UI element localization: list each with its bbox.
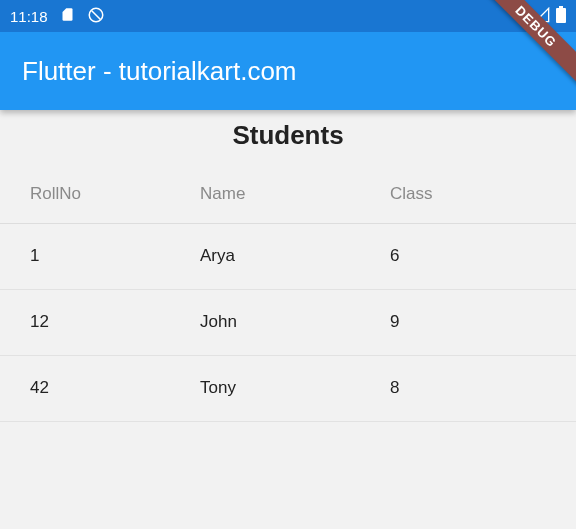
page-body: Students RollNo Name Class 1 Arya 6 12 J… xyxy=(0,110,576,529)
wifi-icon xyxy=(510,6,528,27)
column-header-rollno[interactable]: RollNo xyxy=(0,165,200,223)
table-row[interactable]: 42 Tony 8 xyxy=(0,355,576,421)
status-time: 11:18 xyxy=(10,8,48,25)
status-bar: 11:18 xyxy=(0,0,576,32)
cell-rollno: 42 xyxy=(0,355,200,421)
cell-rollno: 1 xyxy=(0,223,200,289)
column-header-name[interactable]: Name xyxy=(200,165,390,223)
app-bar-title: Flutter - tutorialkart.com xyxy=(22,56,297,87)
status-bar-left: 11:18 xyxy=(10,6,105,27)
svg-rect-1 xyxy=(556,8,566,23)
cell-name: Tony xyxy=(200,355,390,421)
cell-class: 6 xyxy=(390,223,576,289)
app-bar: Flutter - tutorialkart.com xyxy=(0,32,576,110)
cell-class: 9 xyxy=(390,289,576,355)
signal-icon xyxy=(534,7,550,26)
cell-rollno: 12 xyxy=(0,289,200,355)
status-bar-right xyxy=(510,6,566,27)
column-header-class[interactable]: Class xyxy=(390,165,576,223)
students-table: RollNo Name Class 1 Arya 6 12 John 9 42 … xyxy=(0,165,576,422)
table-row[interactable]: 1 Arya 6 xyxy=(0,223,576,289)
battery-icon xyxy=(556,6,566,26)
table-row[interactable]: 12 John 9 xyxy=(0,289,576,355)
table-header-row: RollNo Name Class xyxy=(0,165,576,223)
cell-class: 8 xyxy=(390,355,576,421)
cell-name: Arya xyxy=(200,223,390,289)
sd-card-icon xyxy=(60,7,75,25)
svg-rect-2 xyxy=(559,6,563,8)
page-heading: Students xyxy=(0,110,576,165)
dnd-icon xyxy=(87,6,105,27)
cell-name: John xyxy=(200,289,390,355)
